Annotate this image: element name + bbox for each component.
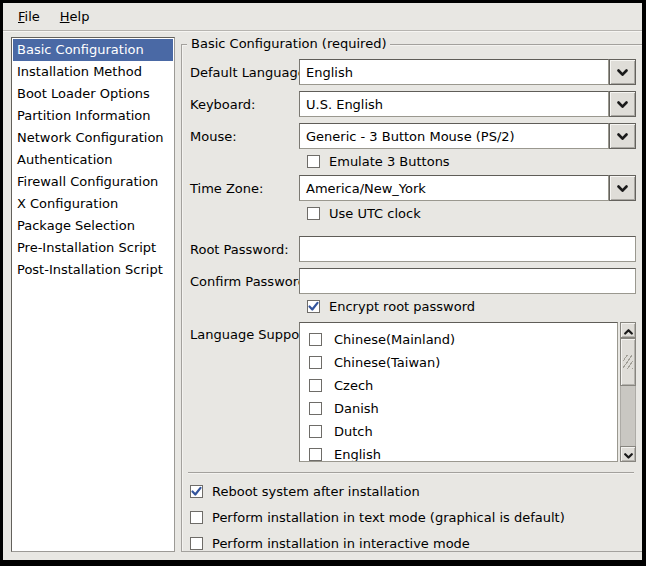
default-language-value: English [299, 59, 609, 85]
menu-file[interactable]: File [15, 7, 43, 26]
menu-help-label: elp [70, 9, 90, 24]
keyboard-combo[interactable]: U.S. English [299, 91, 636, 117]
mouse-value: Generic - 3 Button Mouse (PS/2) [299, 123, 609, 149]
sidebar-item-authentication[interactable]: Authentication [13, 149, 173, 171]
use-utc-clock-label: Use UTC clock [329, 206, 421, 221]
sidebar-item-partition-information[interactable]: Partition Information [13, 105, 173, 127]
sidebar-item-network-configuration[interactable]: Network Configuration [13, 127, 173, 149]
language-item-label: Dutch [334, 424, 373, 439]
sidebar-item-post-installation-script[interactable]: Post-Installation Script [13, 259, 173, 281]
checkbox-box[interactable] [309, 448, 322, 461]
language-list-viewport[interactable]: Chinese(Mainland) Chinese(Taiwan) Czech [299, 322, 618, 462]
encrypt-root-password-checkbox[interactable]: Encrypt root password [307, 297, 636, 315]
time-zone-value: America/New_York [299, 175, 609, 201]
chevron-down-icon [624, 447, 633, 462]
reboot-after-install-label: Reboot system after installation [212, 484, 420, 499]
chevron-down-icon [617, 65, 628, 80]
menu-help-mnemonic: H [60, 9, 70, 24]
kickstart-configurator-window: File Help Basic Configuration Installati… [0, 0, 646, 566]
confirm-password-label: Confirm Password: [190, 274, 299, 289]
checkbox-box[interactable] [309, 425, 322, 438]
sidebar-item-package-selection[interactable]: Package Selection [13, 215, 173, 237]
language-item-label: Chinese(Taiwan) [334, 355, 440, 370]
emulate-3-buttons-checkbox[interactable]: Emulate 3 Buttons [307, 152, 636, 170]
scrollbar-trough[interactable] [620, 386, 636, 446]
interactive-mode-checkbox[interactable]: Perform installation in interactive mode [190, 534, 636, 552]
checkbox-box [307, 207, 320, 220]
encrypt-root-password-label: Encrypt root password [329, 299, 475, 314]
basic-configuration-panel: Basic Configuration (required) Default L… [181, 44, 643, 552]
time-zone-dropdown-button[interactable] [609, 175, 636, 201]
language-item-danish[interactable]: Danish [300, 397, 617, 420]
mouse-label: Mouse: [190, 129, 299, 144]
default-language-dropdown-button[interactable] [609, 59, 636, 85]
separator [188, 472, 634, 474]
language-item-label: Czech [334, 378, 373, 393]
use-utc-clock-checkbox[interactable]: Use UTC clock [307, 204, 636, 222]
sidebar-item-installation-method[interactable]: Installation Method [13, 61, 173, 83]
keyboard-dropdown-button[interactable] [609, 91, 636, 117]
interactive-mode-label: Perform installation in interactive mode [212, 536, 470, 551]
language-item-label: Chinese(Mainland) [334, 332, 455, 347]
checkbox-box [190, 511, 203, 524]
emulate-3-buttons-label: Emulate 3 Buttons [329, 154, 450, 169]
chevron-down-icon [617, 181, 628, 196]
text-mode-label: Perform installation in text mode (graph… [212, 510, 565, 525]
text-mode-checkbox[interactable]: Perform installation in text mode (graph… [190, 508, 636, 526]
root-password-label: Root Password: [190, 242, 299, 257]
checkbox-box [190, 537, 203, 550]
language-list-scrollbar[interactable] [620, 322, 636, 462]
confirm-password-input[interactable] [299, 268, 636, 294]
default-language-combo[interactable]: English [299, 59, 636, 85]
reboot-after-install-checkbox[interactable]: Reboot system after installation [190, 482, 636, 500]
panel-title: Basic Configuration (required) [187, 36, 390, 51]
language-item-chinese-mainland[interactable]: Chinese(Mainland) [300, 328, 617, 351]
menu-file-label: ile [25, 9, 40, 24]
root-password-input[interactable] [299, 236, 636, 262]
language-item-label: Danish [334, 401, 379, 416]
checkbox-box[interactable] [309, 379, 322, 392]
scroll-up-button[interactable] [620, 322, 636, 338]
time-zone-label: Time Zone: [190, 181, 299, 196]
language-item-label: English [334, 447, 381, 462]
sidebar-item-x-configuration[interactable]: X Configuration [13, 193, 173, 215]
checkbox-box[interactable] [309, 402, 322, 415]
section-list: Basic Configuration Installation Method … [11, 37, 175, 552]
chevron-down-icon [617, 129, 628, 144]
scrollbar-grip-icon [623, 355, 633, 369]
language-item-dutch[interactable]: Dutch [300, 420, 617, 443]
sidebar-item-pre-installation-script[interactable]: Pre-Installation Script [13, 237, 173, 259]
language-support-label: Language Support: [190, 322, 299, 342]
sidebar-item-basic-configuration[interactable]: Basic Configuration [13, 39, 173, 61]
checkbox-box [307, 155, 320, 168]
mouse-dropdown-button[interactable] [609, 123, 636, 149]
chevron-up-icon [624, 323, 633, 338]
scrollbar-thumb[interactable] [620, 338, 636, 386]
checkbox-box[interactable] [309, 356, 322, 369]
main-content: Basic Configuration Installation Method … [3, 31, 642, 560]
sidebar-item-firewall-configuration[interactable]: Firewall Configuration [13, 171, 173, 193]
language-item-czech[interactable]: Czech [300, 374, 617, 397]
checkmark-icon [191, 486, 202, 497]
mouse-combo[interactable]: Generic - 3 Button Mouse (PS/2) [299, 123, 636, 149]
chevron-down-icon [617, 97, 628, 112]
default-language-label: Default Language: [190, 65, 299, 80]
keyboard-value: U.S. English [299, 91, 609, 117]
checkmark-icon [308, 301, 319, 312]
language-support-list: Chinese(Mainland) Chinese(Taiwan) Czech [299, 322, 636, 462]
time-zone-combo[interactable]: America/New_York [299, 175, 636, 201]
scroll-down-button[interactable] [620, 446, 636, 462]
keyboard-label: Keyboard: [190, 97, 299, 112]
language-item-english[interactable]: English [300, 443, 617, 462]
checkbox-box [190, 485, 203, 498]
checkbox-box[interactable] [309, 333, 322, 346]
menu-help[interactable]: Help [57, 7, 93, 26]
language-item-chinese-taiwan[interactable]: Chinese(Taiwan) [300, 351, 617, 374]
sidebar-item-boot-loader-options[interactable]: Boot Loader Options [13, 83, 173, 105]
menubar: File Help [3, 3, 642, 31]
checkbox-box [307, 300, 320, 313]
